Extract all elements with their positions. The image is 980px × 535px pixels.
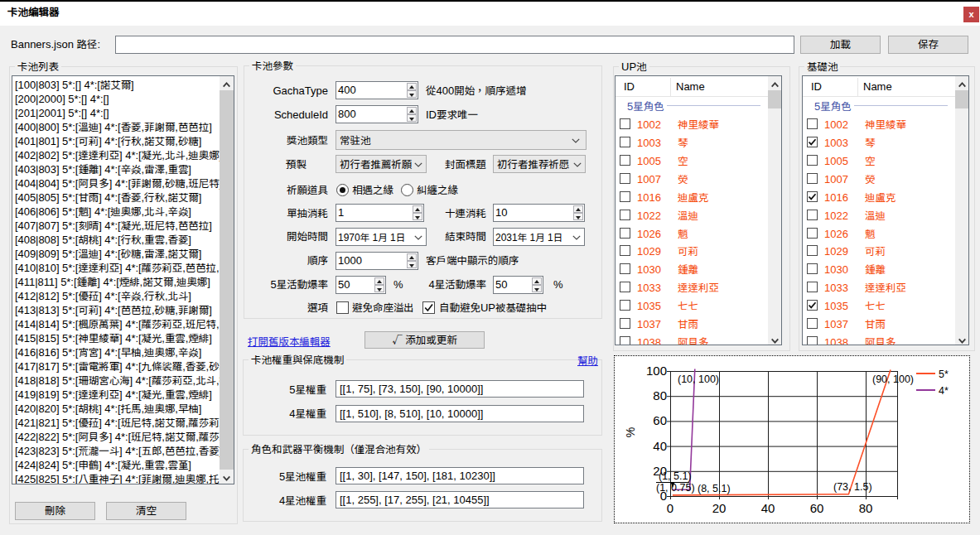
svg-text:(10, 100): (10, 100) — [678, 374, 719, 385]
svg-text:(1, 5.1): (1, 5.1) — [659, 470, 692, 482]
svg-text:60: 60 — [810, 501, 824, 515]
svg-text:(73, 1.5): (73, 1.5) — [833, 481, 872, 493]
svg-text:(90, 100): (90, 100) — [872, 374, 914, 385]
svg-text:40: 40 — [761, 501, 775, 515]
svg-text:5*: 5* — [939, 369, 949, 380]
svg-text:0: 0 — [667, 501, 673, 515]
svg-text:80: 80 — [859, 501, 873, 515]
svg-text:40: 40 — [653, 439, 667, 453]
svg-text:80: 80 — [653, 388, 667, 402]
svg-text:4*: 4* — [939, 385, 949, 397]
svg-text:%: % — [624, 427, 637, 437]
svg-text:100: 100 — [646, 364, 667, 378]
svg-text:20: 20 — [712, 501, 727, 515]
svg-text:(8, 5.1): (8, 5.1) — [698, 483, 731, 494]
svg-text:(1, 0.75): (1, 0.75) — [656, 482, 695, 494]
svg-text:60: 60 — [653, 413, 667, 427]
